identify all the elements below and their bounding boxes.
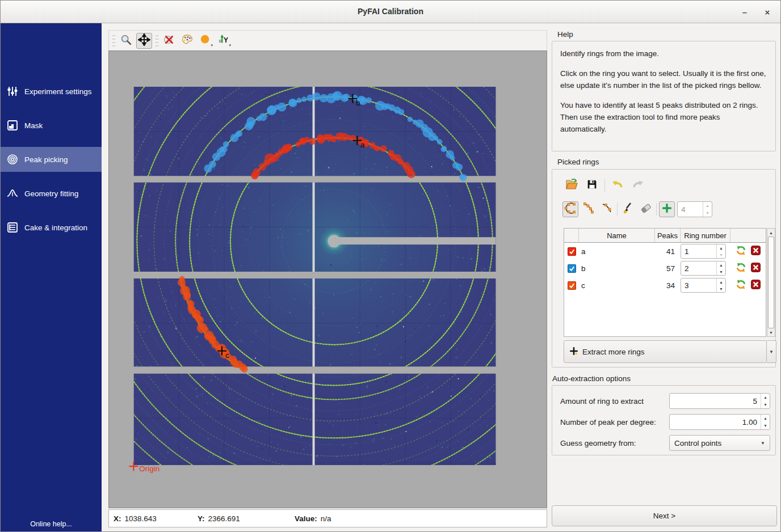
delete-ring-icon[interactable] — [751, 246, 761, 257]
integration-icon — [6, 221, 19, 234]
ring-name: a — [579, 247, 655, 256]
zoom-mode-button[interactable] — [118, 33, 134, 49]
toolbar-separator — [604, 179, 605, 192]
spin-up-icon[interactable]: ▲ — [703, 202, 712, 209]
toolbar-grip[interactable] — [154, 34, 159, 48]
sidebar-item-peak-picking[interactable]: Peak picking — [1, 147, 102, 172]
ring-tool-button[interactable] — [562, 201, 578, 217]
delete-ring-icon[interactable] — [751, 263, 761, 274]
ring-visible-checkbox[interactable] — [568, 247, 576, 256]
ring-number-spinbox[interactable]: 1▲▼ — [681, 244, 726, 259]
spin-up-icon[interactable]: ▲ — [717, 278, 725, 285]
extract-options-dropdown[interactable]: ▼ — [767, 340, 776, 363]
combo-arrow-icon: ▼ — [761, 441, 765, 446]
amount-of-rings-row: Amount of ring to extract 5▲▼ — [560, 393, 770, 409]
amount-of-rings-label: Amount of ring to extract — [560, 397, 669, 406]
scrollbar-thumb[interactable] — [768, 237, 774, 328]
sidebar-item-geometry-fitting[interactable]: Geometry fitting — [1, 181, 102, 206]
scroll-up-icon[interactable]: ▲ — [767, 229, 775, 237]
dropdown-caret-icon: ▾ — [229, 43, 231, 48]
new-ring-number-spinbox[interactable]: 4 ▲▼ — [677, 201, 712, 217]
app-window: PyFAI Calibration – × Experiment setting… — [0, 0, 781, 532]
spin-up-icon[interactable]: ▲ — [761, 394, 770, 401]
pan-mode-button[interactable] — [136, 33, 152, 49]
spin-down-icon[interactable]: ▼ — [703, 209, 712, 217]
column-header-actions — [730, 229, 766, 242]
open-icon — [565, 178, 578, 193]
table-row[interactable]: b 57 2▲▼ — [564, 260, 766, 277]
ring-name: c — [579, 281, 655, 290]
sidebar-item-label: Mask — [24, 121, 43, 130]
table-row[interactable]: a 41 1▲▼ — [564, 243, 766, 260]
minimize-button[interactable]: – — [737, 5, 752, 19]
y-axis-orientation-button[interactable]: 0Y ▾ — [216, 33, 232, 49]
point-tool-button[interactable] — [599, 201, 615, 217]
right-panel: Help Identify rings from the image. Clic… — [547, 23, 781, 532]
help-paragraph: Click on the ring you want to select. Us… — [560, 68, 767, 92]
arc-tool-button[interactable] — [581, 201, 597, 217]
peak-curve-icon — [6, 187, 19, 200]
amount-of-rings-spinbox[interactable]: 5▲▼ — [669, 393, 770, 409]
spin-down-icon[interactable]: ▼ — [761, 422, 770, 429]
svg-text:a: a — [360, 141, 365, 149]
dropdown-caret-icon: ▾ — [211, 43, 213, 48]
brush-tool-button[interactable] — [620, 201, 636, 217]
column-header-check — [564, 229, 579, 242]
spin-down-icon[interactable]: ▼ — [717, 251, 725, 258]
marker-color-button[interactable]: ▾ — [198, 33, 213, 49]
table-scrollbar[interactable]: ▲ ▼ — [767, 228, 775, 337]
guess-geometry-row: Guess geometry from: Control points▼ — [560, 435, 770, 451]
next-button[interactable]: Next > — [552, 505, 777, 526]
plus-icon — [661, 202, 673, 216]
extract-more-rings-button[interactable]: Extract more rings — [564, 340, 767, 363]
scroll-down-icon[interactable]: ▼ — [767, 328, 775, 336]
ring-name: b — [579, 264, 655, 273]
brush-tool-icon — [621, 201, 635, 217]
sidebar-item-mask[interactable]: Mask — [1, 113, 102, 138]
add-ring-button[interactable] — [659, 201, 675, 217]
ring-visible-checkbox[interactable] — [568, 281, 576, 290]
spin-down-icon[interactable]: ▼ — [717, 285, 725, 292]
peaks-per-degree-label: Number of peak per degree: — [560, 418, 669, 427]
new-ring-number-value: 4 — [678, 202, 703, 217]
colormap-button[interactable] — [179, 33, 195, 49]
delete-ring-icon[interactable] — [751, 280, 761, 291]
save-button[interactable] — [584, 178, 600, 193]
spin-up-icon[interactable]: ▲ — [761, 415, 770, 422]
undo-button[interactable] — [610, 178, 625, 193]
table-row[interactable]: c 34 3▲▼ — [564, 277, 766, 294]
eraser-tool-button[interactable] — [638, 201, 654, 217]
redo-icon — [631, 178, 645, 193]
spin-up-icon[interactable]: ▲ — [717, 261, 725, 268]
ring-number-spinbox[interactable]: 3▲▼ — [681, 278, 726, 293]
spin-down-icon[interactable]: ▼ — [717, 268, 725, 275]
open-button[interactable] — [564, 178, 580, 193]
spin-up-icon[interactable]: ▲ — [717, 244, 725, 251]
spin-down-icon[interactable]: ▼ — [761, 401, 770, 408]
peaks-per-degree-spinbox[interactable]: 1.00▲▼ — [669, 414, 770, 430]
sidebar-item-cake-integration[interactable]: Cake & integration — [1, 215, 102, 240]
ring-number-spinbox[interactable]: 2▲▼ — [681, 261, 726, 276]
picked-rings-section-title: Picked rings — [557, 158, 599, 166]
refresh-ring-icon[interactable] — [736, 279, 746, 292]
ring-visible-checkbox[interactable] — [568, 264, 576, 273]
toolbar-separator — [656, 203, 657, 216]
status-x-label: X: — [114, 514, 121, 523]
diffraction-image-canvas[interactable]: abcOrigin — [108, 50, 547, 508]
remove-marker-button[interactable] — [161, 33, 177, 49]
sliders-icon — [6, 85, 19, 98]
online-help-link[interactable]: Online help... — [1, 520, 102, 528]
guess-geometry-combobox[interactable]: Control points▼ — [669, 435, 770, 451]
sidebar-item-experiment-settings[interactable]: Experiment settings — [1, 79, 102, 104]
orange-dot-icon — [199, 33, 212, 48]
titlebar: PyFAI Calibration – × — [1, 1, 780, 23]
palette-icon — [181, 33, 194, 48]
peaks-per-degree-value: 1.00 — [670, 415, 761, 429]
refresh-ring-icon[interactable] — [736, 245, 746, 257]
refresh-ring-icon[interactable] — [736, 262, 746, 275]
redo-button[interactable] — [630, 178, 646, 193]
rings-edit-toolbar: 4 ▲▼ — [562, 201, 712, 217]
close-button[interactable]: × — [760, 5, 775, 19]
toolbar-grip[interactable] — [111, 34, 116, 48]
table-header: Name Peaks Ring number — [564, 229, 766, 243]
